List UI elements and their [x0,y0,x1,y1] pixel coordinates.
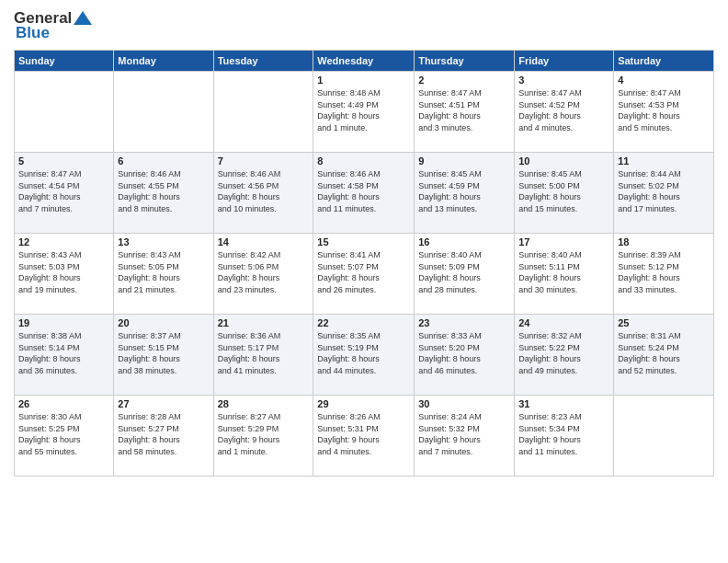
logo: General Blue [14,9,92,42]
day-info: Sunrise: 8:43 AM Sunset: 5:03 PM Dayligh… [18,249,109,295]
day-number: 30 [418,398,510,409]
calendar-cell: 25Sunrise: 8:31 AM Sunset: 5:24 PM Dayli… [614,315,714,396]
day-info: Sunrise: 8:28 AM Sunset: 5:27 PM Dayligh… [118,411,209,457]
calendar-table: SundayMondayTuesdayWednesdayThursdayFrid… [14,50,714,477]
calendar-cell: 22Sunrise: 8:35 AM Sunset: 5:19 PM Dayli… [313,315,415,396]
calendar-cell: 5Sunrise: 8:47 AM Sunset: 4:54 PM Daylig… [15,153,114,234]
calendar-cell: 6Sunrise: 8:46 AM Sunset: 4:55 PM Daylig… [114,153,213,234]
calendar-cell: 13Sunrise: 8:43 AM Sunset: 5:05 PM Dayli… [114,234,213,315]
calendar-week-row: 26Sunrise: 8:30 AM Sunset: 5:25 PM Dayli… [15,396,714,477]
calendar-cell: 20Sunrise: 8:37 AM Sunset: 5:15 PM Dayli… [114,315,213,396]
day-info: Sunrise: 8:41 AM Sunset: 5:07 PM Dayligh… [317,249,410,295]
day-info: Sunrise: 8:48 AM Sunset: 4:49 PM Dayligh… [317,87,410,133]
calendar-cell: 11Sunrise: 8:44 AM Sunset: 5:02 PM Dayli… [614,153,714,234]
day-number: 6 [118,155,209,167]
day-number: 27 [118,398,209,409]
header: General Blue [14,9,714,42]
day-number: 3 [518,75,609,86]
calendar-cell: 28Sunrise: 8:27 AM Sunset: 5:29 PM Dayli… [213,396,313,477]
svg-marker-0 [74,11,92,25]
calendar-cell: 18Sunrise: 8:39 AM Sunset: 5:12 PM Dayli… [614,234,714,315]
day-number: 19 [18,317,109,328]
day-number: 24 [518,317,609,328]
calendar-cell: 10Sunrise: 8:45 AM Sunset: 5:00 PM Dayli… [515,153,614,234]
calendar-cell: 9Sunrise: 8:45 AM Sunset: 4:59 PM Daylig… [415,153,515,234]
calendar-cell: 2Sunrise: 8:47 AM Sunset: 4:51 PM Daylig… [415,72,515,153]
calendar-cell [614,396,714,477]
day-number: 16 [418,236,510,247]
calendar-cell: 14Sunrise: 8:42 AM Sunset: 5:06 PM Dayli… [213,234,313,315]
calendar-week-row: 12Sunrise: 8:43 AM Sunset: 5:03 PM Dayli… [15,234,714,315]
calendar-cell: 30Sunrise: 8:24 AM Sunset: 5:32 PM Dayli… [415,396,515,477]
day-number: 5 [18,155,109,167]
logo-blue: Blue [14,24,50,42]
day-number: 4 [618,75,710,86]
day-info: Sunrise: 8:38 AM Sunset: 5:14 PM Dayligh… [18,330,109,376]
day-number: 1 [317,75,410,86]
day-info: Sunrise: 8:42 AM Sunset: 5:06 PM Dayligh… [218,249,310,295]
day-info: Sunrise: 8:45 AM Sunset: 5:00 PM Dayligh… [518,168,609,214]
day-number: 29 [317,398,410,409]
day-number: 12 [18,236,109,247]
day-info: Sunrise: 8:40 AM Sunset: 5:11 PM Dayligh… [518,249,609,295]
calendar-cell: 7Sunrise: 8:46 AM Sunset: 4:56 PM Daylig… [213,153,313,234]
calendar-cell: 19Sunrise: 8:38 AM Sunset: 5:14 PM Dayli… [15,315,114,396]
day-number: 10 [518,155,609,167]
day-info: Sunrise: 8:33 AM Sunset: 5:20 PM Dayligh… [418,330,510,376]
day-number: 25 [618,317,710,328]
day-info: Sunrise: 8:40 AM Sunset: 5:09 PM Dayligh… [418,249,510,295]
calendar-header-wednesday: Wednesday [313,51,415,72]
day-info: Sunrise: 8:30 AM Sunset: 5:25 PM Dayligh… [18,411,109,457]
calendar-cell [213,72,313,153]
day-info: Sunrise: 8:31 AM Sunset: 5:24 PM Dayligh… [618,330,710,376]
day-number: 8 [317,155,410,167]
day-info: Sunrise: 8:23 AM Sunset: 5:34 PM Dayligh… [518,411,609,457]
day-number: 14 [218,236,310,247]
calendar-cell: 26Sunrise: 8:30 AM Sunset: 5:25 PM Dayli… [15,396,114,477]
calendar-header-thursday: Thursday [415,51,515,72]
calendar-header-tuesday: Tuesday [213,51,313,72]
calendar-cell: 29Sunrise: 8:26 AM Sunset: 5:31 PM Dayli… [313,396,415,477]
calendar-cell: 4Sunrise: 8:47 AM Sunset: 4:53 PM Daylig… [614,72,714,153]
day-info: Sunrise: 8:47 AM Sunset: 4:51 PM Dayligh… [418,87,510,133]
day-number: 2 [418,75,510,86]
calendar-cell: 23Sunrise: 8:33 AM Sunset: 5:20 PM Dayli… [415,315,515,396]
day-number: 28 [218,398,310,409]
day-number: 22 [317,317,410,328]
day-info: Sunrise: 8:39 AM Sunset: 5:12 PM Dayligh… [618,249,710,295]
calendar-cell: 24Sunrise: 8:32 AM Sunset: 5:22 PM Dayli… [515,315,614,396]
day-number: 13 [118,236,209,247]
day-info: Sunrise: 8:47 AM Sunset: 4:53 PM Dayligh… [618,87,710,133]
day-number: 21 [218,317,310,328]
calendar-header-friday: Friday [515,51,614,72]
page-container: General Blue SundayMondayTuesdayWednesda… [0,0,728,486]
day-number: 7 [218,155,310,167]
calendar-header-saturday: Saturday [614,51,714,72]
day-info: Sunrise: 8:45 AM Sunset: 4:59 PM Dayligh… [418,168,510,214]
day-info: Sunrise: 8:36 AM Sunset: 5:17 PM Dayligh… [218,330,310,376]
day-number: 23 [418,317,510,328]
logo-icon [74,11,92,25]
calendar-cell: 27Sunrise: 8:28 AM Sunset: 5:27 PM Dayli… [114,396,213,477]
calendar-header-monday: Monday [114,51,213,72]
day-info: Sunrise: 8:47 AM Sunset: 4:52 PM Dayligh… [518,87,609,133]
day-info: Sunrise: 8:27 AM Sunset: 5:29 PM Dayligh… [218,411,310,457]
day-number: 15 [317,236,410,247]
day-info: Sunrise: 8:32 AM Sunset: 5:22 PM Dayligh… [518,330,609,376]
day-info: Sunrise: 8:47 AM Sunset: 4:54 PM Dayligh… [18,168,109,214]
calendar-cell: 16Sunrise: 8:40 AM Sunset: 5:09 PM Dayli… [415,234,515,315]
calendar-header-sunday: Sunday [15,51,114,72]
day-number: 18 [618,236,710,247]
calendar-cell [15,72,114,153]
day-number: 9 [418,155,510,167]
calendar-cell: 8Sunrise: 8:46 AM Sunset: 4:58 PM Daylig… [313,153,415,234]
calendar-cell: 12Sunrise: 8:43 AM Sunset: 5:03 PM Dayli… [15,234,114,315]
calendar-header-row: SundayMondayTuesdayWednesdayThursdayFrid… [15,51,714,72]
calendar-cell: 15Sunrise: 8:41 AM Sunset: 5:07 PM Dayli… [313,234,415,315]
calendar-cell [114,72,213,153]
calendar-week-row: 5Sunrise: 8:47 AM Sunset: 4:54 PM Daylig… [15,153,714,234]
calendar-week-row: 19Sunrise: 8:38 AM Sunset: 5:14 PM Dayli… [15,315,714,396]
day-number: 31 [518,398,609,409]
day-info: Sunrise: 8:37 AM Sunset: 5:15 PM Dayligh… [118,330,209,376]
day-info: Sunrise: 8:46 AM Sunset: 4:55 PM Dayligh… [118,168,209,214]
